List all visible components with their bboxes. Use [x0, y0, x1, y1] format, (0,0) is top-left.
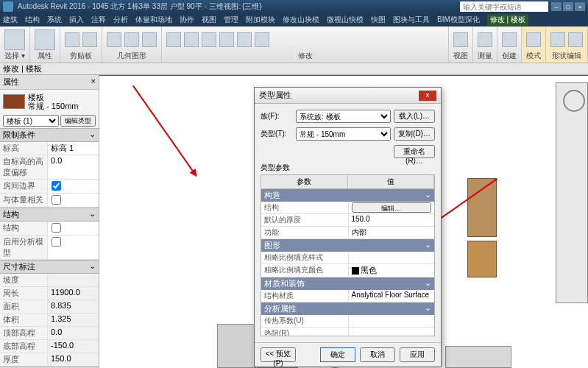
palette-title: 属性: [3, 77, 19, 88]
apply-button[interactable]: 应用: [400, 347, 435, 362]
dialog-close-button[interactable]: ×: [419, 91, 436, 101]
cope-icon[interactable]: [107, 32, 121, 47]
tp-coarsepat-label: 粗略比例填充样式: [261, 252, 348, 263]
minimize-button[interactable]: –: [551, 2, 562, 11]
select-icon[interactable]: [4, 29, 25, 50]
preview-button[interactable]: << 预览(P): [261, 347, 296, 362]
tab-structure[interactable]: 结构: [25, 15, 40, 25]
create-icon[interactable]: [502, 32, 517, 47]
type-selector[interactable]: 楼板常规 - 150mm: [0, 90, 99, 113]
properties-palette: 属性× 楼板常规 - 150mm 楼板 (1) 编辑类型 限制条件⌄ 标高标高 …: [0, 75, 99, 368]
group-measure: 测量: [478, 51, 492, 61]
move-icon[interactable]: [166, 32, 181, 47]
tab-massing[interactable]: 体量和场地: [135, 15, 172, 25]
rename-button[interactable]: 重命名(R)…: [394, 145, 435, 158]
mirror-icon[interactable]: [219, 32, 234, 47]
tab-architecture[interactable]: 建筑: [3, 15, 18, 25]
tp-structmat-value[interactable]: Analytical Floor Surface: [348, 290, 435, 302]
edit-type-button[interactable]: 编辑类型: [60, 115, 96, 127]
shape2-icon[interactable]: [568, 32, 583, 47]
prop-offset-label: 自标高的高度偏移: [0, 155, 47, 179]
tab-collaborate[interactable]: 协作: [180, 15, 194, 25]
window-title: Autodesk Revit 2016 - 1045 北方 1栋3单 33层 户…: [18, 1, 460, 12]
tab-ext3[interactable]: 快图: [371, 15, 386, 25]
cat-construction[interactable]: 构造⌄: [261, 189, 434, 202]
prop-roombound-value[interactable]: [47, 180, 99, 193]
prop-perimeter-label: 周长: [0, 287, 47, 300]
prop-massrel-value[interactable]: [47, 194, 99, 207]
close-button[interactable]: ×: [575, 2, 585, 11]
tp-uvalue-label: 传热系数(U): [261, 315, 348, 327]
prop-massrel-label: 与体量相关: [0, 194, 47, 207]
tab-addins[interactable]: 附加模块: [246, 15, 275, 25]
split-icon[interactable]: [142, 32, 157, 47]
prop-volume-label: 体积: [0, 314, 47, 326]
cat-materials[interactable]: 材质和装饰⌄: [261, 277, 434, 290]
cat-analytical[interactable]: 分析属性⌄: [261, 302, 434, 315]
duplicate-button[interactable]: 复制(D)…: [394, 127, 435, 141]
instance-filter-select[interactable]: 楼板 (1): [3, 115, 59, 127]
help-search-input[interactable]: [460, 1, 548, 12]
rotate-icon[interactable]: [202, 32, 216, 47]
context-tab-label: 修改 | 楼板: [3, 63, 42, 74]
prop-offset-value[interactable]: 0.0: [47, 155, 99, 179]
paste-icon[interactable]: [65, 32, 79, 47]
tab-analyze[interactable]: 分析: [113, 15, 128, 25]
type-select[interactable]: 常规 - 150mm: [296, 127, 391, 141]
tab-annotate[interactable]: 注释: [91, 15, 106, 25]
type-params-grid: 参数值 构造⌄ 结构编辑… 默认的厚度150.0 功能内部 图形⌄ 粗略比例填充…: [261, 174, 435, 336]
cancel-button[interactable]: 取消: [360, 347, 395, 362]
context-tab-strip: 修改 | 楼板: [0, 63, 588, 75]
prop-structural-value[interactable]: [47, 222, 99, 235]
tab-ext4[interactable]: 图块与工具: [393, 15, 430, 25]
shape-icon[interactable]: [550, 32, 565, 47]
cat-graphics[interactable]: 图形⌄: [261, 239, 434, 252]
copy-icon[interactable]: [184, 32, 199, 47]
section-dims[interactable]: 尺寸标注⌄: [0, 260, 99, 274]
properties-icon[interactable]: [35, 29, 55, 50]
tab-manage[interactable]: 管理: [224, 15, 238, 25]
mode-icon[interactable]: [526, 32, 541, 47]
tp-coarsepat-value[interactable]: [348, 252, 435, 263]
tab-insert[interactable]: 插入: [69, 15, 84, 25]
tab-systems[interactable]: 系统: [47, 15, 62, 25]
prop-level-value[interactable]: 标高 1: [47, 142, 99, 155]
array-icon[interactable]: [237, 32, 252, 47]
palette-close-icon[interactable]: ×: [91, 77, 96, 88]
tp-function-label: 功能: [261, 227, 348, 238]
section-structural[interactable]: 结构⌄: [0, 208, 99, 222]
tp-defthk-value: 150.0: [348, 214, 435, 226]
tp-rvalue-value: [348, 328, 435, 336]
scale-icon[interactable]: [255, 32, 269, 47]
dialog-title: 类型属性: [259, 90, 419, 101]
prop-volume-value: 1.325: [47, 314, 99, 326]
maximize-button[interactable]: □: [563, 2, 573, 11]
prop-analytic-value[interactable]: [47, 236, 99, 259]
prop-botelev-label: 底部高程: [0, 340, 47, 353]
view-icon[interactable]: [453, 32, 468, 47]
edit-structure-button[interactable]: 编辑…: [352, 202, 432, 213]
color-swatch-icon: [352, 267, 359, 275]
join-icon[interactable]: [124, 32, 139, 47]
tab-view[interactable]: 视图: [202, 15, 216, 25]
family-select[interactable]: 系统族: 楼板: [296, 110, 391, 123]
tp-coarsecol-value[interactable]: 黑色: [348, 264, 435, 277]
measure-icon[interactable]: [478, 32, 492, 47]
group-create: 创建: [502, 51, 517, 61]
ribbon-panel: 选择 ▾ 属性 剪贴板 几何图形 修改 视图 测量 创建 模式 形状编辑: [0, 26, 588, 63]
tab-ext2[interactable]: 微视山快模: [327, 15, 364, 25]
tab-bim[interactable]: BIM模型深化: [437, 15, 480, 25]
ribbon-tabs: 建筑 结构 系统 插入 注释 分析 体量和场地 协作 视图 管理 附加模块 修改…: [0, 13, 588, 26]
prop-slope-label: 坡度: [0, 274, 47, 286]
cut-icon[interactable]: [82, 32, 97, 47]
ok-button[interactable]: 确定: [320, 347, 355, 362]
tab-ext1[interactable]: 修改山块模: [283, 15, 319, 25]
type-thumbnail-icon: [3, 94, 25, 109]
group-select: 选择 ▾: [4, 51, 25, 61]
type-variant: 常规 - 150mm: [28, 102, 78, 110]
section-constraints[interactable]: 限制条件⌄: [0, 128, 99, 142]
load-button[interactable]: 载入(L)…: [394, 110, 435, 123]
tp-function-value[interactable]: 内部: [348, 227, 435, 238]
tp-coarsecol-label: 粗略比例填充颜色: [261, 264, 348, 277]
tab-modify[interactable]: 修改 | 楼板: [487, 14, 528, 26]
